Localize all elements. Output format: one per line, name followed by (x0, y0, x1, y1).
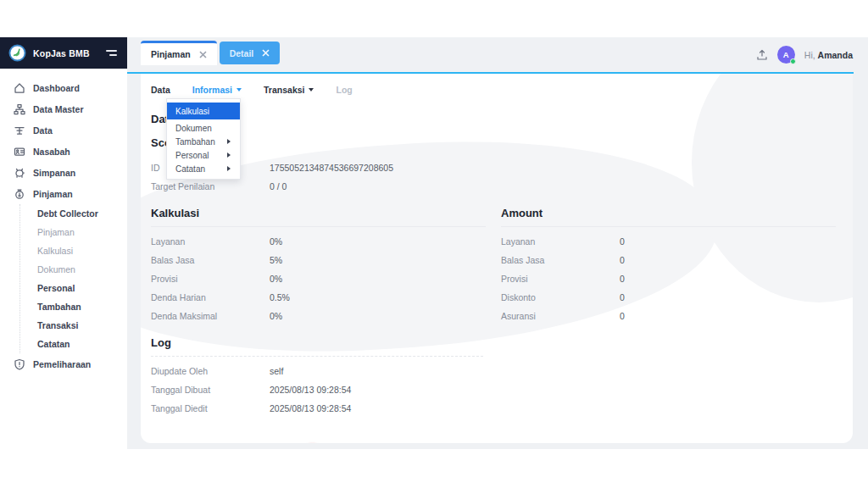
field-value: 0 (620, 292, 625, 302)
chevron-right-icon (227, 166, 233, 171)
two-column-sections: Kalkulasi Layanan0% Balas Jasa5% Provisi… (151, 207, 836, 325)
scoring-rows: ID 1755052134874536697208605 Target Peni… (151, 158, 836, 196)
field-label: Provisi (151, 274, 270, 284)
greeting-prefix: Hi, (804, 50, 815, 60)
field-value: 0.5% (270, 292, 290, 302)
sidebar-item-pinjaman[interactable]: Pinjaman (0, 183, 127, 204)
sidebar-header: KopJas BMB (0, 37, 127, 69)
nav-item-log[interactable]: Log (336, 85, 352, 95)
field-row-target-penilaian: Target Penilaian 0 / 0 (151, 177, 836, 196)
sitemap-icon (14, 103, 25, 115)
nav-item-data[interactable]: Data (151, 85, 170, 95)
field-value: 2025/08/13 09:28:54 (270, 403, 351, 413)
section-divider (151, 356, 483, 357)
sidebar-item-label: Data Master (33, 104, 84, 114)
sidebar-item-dashboard[interactable]: Dashboard (0, 77, 127, 98)
section-heading-amount: Amount (501, 207, 836, 219)
field-value: self (270, 366, 283, 376)
close-icon[interactable] (262, 49, 270, 57)
export-icon[interactable] (756, 49, 768, 61)
nav-item-transaksi[interactable]: Transaksi (264, 85, 314, 95)
sidebar-item-label: Data (33, 125, 53, 136)
field-row: Diupdate Olehself (151, 362, 483, 380)
field-value: 5% (270, 255, 282, 265)
field-value: 1755052134874536697208605 (270, 163, 393, 173)
piggy-bank-icon (14, 167, 25, 179)
field-row: Tanggal Diedit2025/08/13 09:28:54 (151, 399, 483, 418)
avatar-letter: A (783, 50, 789, 59)
topbar-right: A Hi, Amanda (756, 37, 868, 72)
sidebar-subitem-personal[interactable]: Personal (20, 279, 127, 297)
sidebar-item-label: Nasabah (33, 147, 70, 157)
sidebar-subitem-kalkulasi[interactable]: Kalkulasi (20, 241, 127, 260)
tab-bar: Pinjaman Detail A Hi, Amanda (127, 37, 868, 72)
field-label: Asuransi (501, 311, 620, 321)
sidebar-subitem-pinjaman[interactable]: Pinjaman (20, 223, 127, 241)
page-nav: Data Informasi Transaksi Log (151, 74, 836, 97)
dropdown-item-tambahan[interactable]: Tambahan (167, 135, 240, 148)
field-row: Balas Jasa5% (151, 251, 486, 269)
sidebar-item-label: Dashboard (33, 83, 80, 93)
field-value: 2025/08/13 09:28:54 (270, 385, 351, 395)
dropdown-item-catatan[interactable]: Catatan (167, 162, 240, 175)
sidebar-item-data-master[interactable]: Data Master (0, 98, 127, 119)
sidebar-item-nasabah[interactable]: Nasabah (0, 141, 127, 162)
close-icon[interactable] (199, 51, 207, 58)
subitem-label: Catatan (37, 339, 70, 349)
field-row: Layanan0% (151, 232, 486, 251)
sidebar-item-pemeliharaan[interactable]: Pemeliharaan (0, 353, 127, 374)
sidebar-item-data[interactable]: Data (0, 119, 127, 141)
section-heading-kalkulasi: Kalkulasi (151, 207, 486, 219)
nav-label: Informasi (192, 85, 232, 95)
greeting: Hi, Amanda (804, 50, 853, 60)
sidebar-subitem-transaksi[interactable]: Transaksi (20, 316, 127, 335)
informasi-dropdown-menu: Kalkulasi Dokumen Tambahan Personal Cata… (166, 98, 241, 180)
brand-name: KopJas BMB (33, 48, 99, 58)
field-value: 0% (270, 236, 282, 247)
chevron-right-icon (227, 152, 233, 158)
sidebar-subitem-debt-collector[interactable]: Debt Collector (20, 204, 127, 223)
sidebar-submenu-pinjaman: Debt Collector Pinjaman Kalkulasi Dokume… (19, 204, 127, 353)
sidebar-menu: Dashboard Data Master Data Nasabah Simpa… (0, 69, 127, 374)
home-icon (14, 82, 25, 94)
sidebar-item-simpanan[interactable]: Simpanan (0, 162, 127, 183)
nav-label: Transaksi (264, 85, 304, 95)
section-heading-scoring: Scoring (151, 136, 836, 149)
avatar[interactable]: A (777, 46, 795, 64)
field-value: 0 (620, 255, 625, 265)
field-value: 0 (620, 274, 625, 284)
nav-item-informasi[interactable]: Informasi (192, 85, 242, 95)
sidebar-subitem-dokumen[interactable]: Dokumen (20, 260, 127, 279)
subitem-label: Transaksi (37, 320, 78, 330)
field-label: Layanan (151, 236, 270, 247)
subitem-label: Kalkulasi (37, 246, 73, 256)
section-divider (151, 226, 486, 227)
field-label: Denda Maksimal (151, 311, 270, 321)
field-row: Asuransi0 (501, 307, 836, 325)
dropdown-item-dokumen[interactable]: Dokumen (167, 121, 240, 135)
chevron-down-icon (309, 88, 314, 94)
chevron-right-icon (227, 139, 233, 144)
field-label: Layanan (501, 236, 620, 247)
field-label: Tanggal Diedit (151, 403, 270, 413)
field-row: Provisi0 (501, 269, 836, 288)
dropdown-item-label: Personal (175, 151, 209, 160)
subitem-label: Dokumen (37, 264, 75, 274)
sidebar-subitem-catatan[interactable]: Catatan (20, 335, 127, 353)
nav-label: Log (336, 85, 352, 95)
subitem-label: Personal (37, 283, 75, 293)
tab-detail[interactable]: Detail (220, 42, 281, 64)
main-area: Pinjaman Detail A Hi, Amanda (127, 37, 868, 449)
dropdown-item-personal[interactable]: Personal (167, 148, 240, 162)
section-log: Log Diupdate Olehself Tanggal Dibuat2025… (151, 336, 483, 418)
tab-label: Pinjaman (151, 49, 191, 59)
tab-pinjaman[interactable]: Pinjaman (141, 41, 217, 65)
shield-icon (14, 358, 25, 370)
online-status-dot (790, 58, 796, 64)
dropdown-item-label: Catatan (175, 164, 205, 174)
field-row: Denda Maksimal0% (151, 307, 486, 325)
sidebar-toggle-icon[interactable] (106, 50, 117, 56)
field-label: Diupdate Oleh (151, 366, 270, 376)
dropdown-item-kalkulasi[interactable]: Kalkulasi (167, 103, 240, 119)
sidebar-subitem-tambahan[interactable]: Tambahan (20, 297, 127, 316)
